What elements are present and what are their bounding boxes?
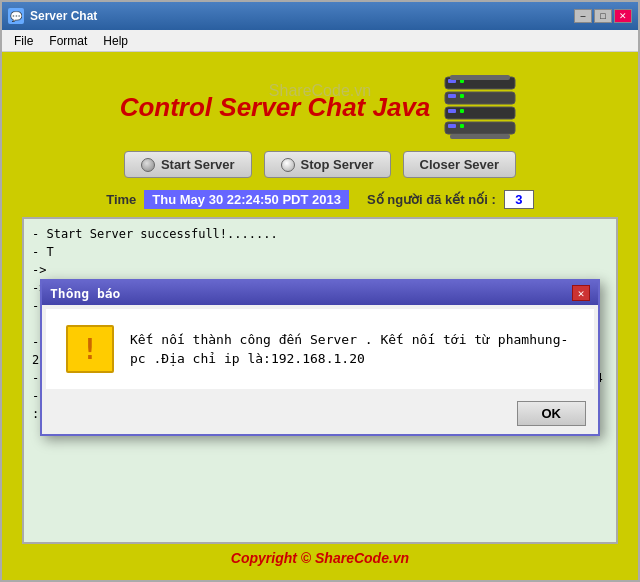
connected-count: 3 (504, 190, 534, 209)
buttons-row: Start Server Stop Server Closer Sever (124, 151, 516, 178)
connected-label: Số người đã kết nối : (367, 192, 496, 207)
server-header: Control Server Chat Java (22, 72, 618, 142)
stop-indicator (281, 158, 295, 172)
svg-rect-4 (448, 94, 456, 98)
time-value: Thu May 30 22:24:50 PDT 2013 (144, 190, 349, 209)
time-row: Time Thu May 30 22:24:50 PDT 2013 Số ngư… (106, 190, 534, 209)
dialog-title-bar: Thông báo ✕ (42, 281, 598, 305)
svg-rect-5 (460, 94, 464, 98)
closer-server-button[interactable]: Closer Sever (403, 151, 517, 178)
dialog: Thông báo ✕ ! Kết nối thành công đến Ser… (40, 279, 600, 436)
ok-button[interactable]: OK (517, 401, 587, 426)
dialog-overlay: Thông báo ✕ ! Kết nối thành công đến Ser… (24, 219, 616, 542)
svg-rect-12 (450, 75, 510, 80)
stop-server-button[interactable]: Stop Server (264, 151, 391, 178)
menu-format[interactable]: Format (41, 32, 95, 50)
svg-rect-6 (445, 107, 515, 119)
start-server-button[interactable]: Start Server (124, 151, 252, 178)
title-bar-left: 💬 Server Chat (8, 8, 97, 24)
main-content: ShareCode.vn Control Server Chat Java (2, 52, 638, 580)
dialog-footer: OK (42, 393, 598, 434)
server-image (440, 72, 520, 142)
svg-rect-7 (448, 109, 456, 113)
menu-bar: File Format Help (2, 30, 638, 52)
app-icon: 💬 (8, 8, 24, 24)
dialog-close-button[interactable]: ✕ (572, 285, 590, 301)
app-title: Control Server Chat Java (120, 92, 431, 123)
log-area: - Start Server successfull!....... - T -… (22, 217, 618, 544)
svg-rect-3 (445, 92, 515, 104)
title-controls: – □ ✕ (574, 9, 632, 23)
window-title: Server Chat (30, 9, 97, 23)
minimize-button[interactable]: – (574, 9, 592, 23)
svg-rect-8 (460, 109, 464, 113)
maximize-button[interactable]: □ (594, 9, 612, 23)
warning-icon: ! (66, 325, 114, 373)
svg-rect-9 (445, 122, 515, 134)
dialog-title: Thông báo (50, 286, 120, 301)
svg-rect-13 (450, 134, 510, 139)
time-label: Time (106, 192, 136, 207)
close-button[interactable]: ✕ (614, 9, 632, 23)
svg-rect-11 (460, 124, 464, 128)
dialog-body: ! Kết nối thành công đến Server . Kết nố… (46, 309, 594, 389)
dialog-message: Kết nối thành công đến Server . Kết nối … (130, 330, 574, 369)
start-indicator (141, 158, 155, 172)
svg-rect-10 (448, 124, 456, 128)
menu-help[interactable]: Help (95, 32, 136, 50)
main-window: 💬 Server Chat – □ ✕ File Format Help Sha… (0, 0, 640, 582)
menu-file[interactable]: File (6, 32, 41, 50)
copyright: Copyright © ShareCode.vn (231, 550, 409, 566)
title-bar: 💬 Server Chat – □ ✕ (2, 2, 638, 30)
